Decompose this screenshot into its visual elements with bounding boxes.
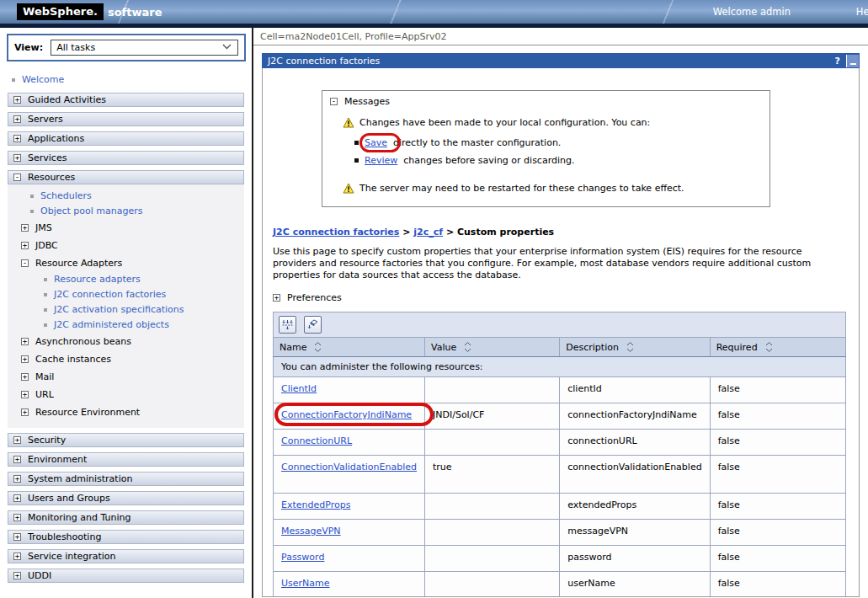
- property-link-connectionurl[interactable]: ConnectionURL: [281, 435, 352, 446]
- sidebar-section-security[interactable]: + Security: [8, 433, 244, 447]
- bullet-icon: [44, 278, 47, 281]
- portlet-help-icon[interactable]: ?: [829, 56, 846, 67]
- j2c-activation-specifications-link[interactable]: J2C activation specifications: [54, 304, 184, 315]
- sidebar-section-jdbc[interactable]: + JDBC: [8, 237, 244, 254]
- property-description: clientId: [560, 377, 710, 403]
- property-link-clientid[interactable]: ClientId: [281, 383, 317, 394]
- sidebar-section-servers[interactable]: + Servers: [8, 112, 244, 126]
- column-header-name[interactable]: Name: [274, 338, 425, 357]
- j2c-connection-factories-link[interactable]: J2C connection factories: [54, 289, 166, 300]
- sidebar-item-object-pool-managers[interactable]: Object pool managers: [8, 204, 244, 219]
- plus-icon[interactable]: +: [13, 96, 21, 104]
- sidebar-section-resource-environment[interactable]: + Resource Environment: [8, 403, 244, 421]
- sidebar-item-j2c-connection-factories[interactable]: J2C connection factories: [8, 287, 244, 302]
- sidebar-item-welcome[interactable]: Welcome: [8, 70, 244, 93]
- show-filter-button[interactable]: [279, 316, 296, 334]
- plus-icon[interactable]: +: [13, 572, 21, 579]
- plus-icon[interactable]: +: [21, 355, 29, 363]
- sidebar-section-asynchronous-beans[interactable]: + Asynchronous beans: [8, 333, 244, 350]
- save-link[interactable]: Save: [365, 137, 387, 148]
- plus-icon[interactable]: +: [13, 115, 21, 123]
- welcome-link[interactable]: Welcome: [22, 74, 64, 85]
- breadcrumb-j2c-cf-link[interactable]: j2c_cf: [413, 227, 443, 238]
- sidebar-section-guided-activities[interactable]: + Guided Activities: [8, 93, 244, 107]
- property-required: false: [710, 520, 845, 546]
- plus-icon[interactable]: +: [13, 533, 21, 541]
- plus-icon[interactable]: +: [21, 338, 29, 345]
- plus-icon[interactable]: +: [13, 494, 21, 502]
- sidebar-section-uddi[interactable]: + UDDI: [8, 569, 244, 583]
- sidebar-section-cache-instances[interactable]: + Cache instances: [8, 350, 244, 368]
- sidebar-section-resource-adapters[interactable]: - Resource Adapters: [8, 254, 244, 272]
- collapse-icon[interactable]: -: [330, 98, 338, 105]
- review-line: Review changes before saving or discardi…: [354, 155, 761, 166]
- property-link-username[interactable]: UserName: [281, 578, 330, 589]
- plus-icon[interactable]: +: [273, 294, 280, 302]
- plus-icon[interactable]: +: [13, 154, 21, 162]
- sidebar-item-schedulers[interactable]: Schedulers: [8, 189, 244, 204]
- plus-icon[interactable]: +: [13, 135, 21, 142]
- section-label: JMS: [35, 222, 52, 233]
- breadcrumb-j2c-link[interactable]: J2C connection factories: [273, 227, 399, 238]
- minus-icon[interactable]: -: [21, 259, 29, 267]
- bullet-icon: [30, 210, 34, 213]
- clear-filter-button[interactable]: [304, 316, 322, 334]
- plus-icon[interactable]: +: [13, 436, 21, 444]
- sidebar-item-j2c-administered-objects[interactable]: J2C administered objects: [8, 318, 244, 333]
- sidebar-section-users-and-groups[interactable]: + Users and Groups: [8, 491, 244, 505]
- sidebar-section-url[interactable]: + URL: [8, 386, 244, 403]
- sidebar-section-applications[interactable]: + Applications: [8, 131, 244, 146]
- sidebar-section-monitoring-and-tuning[interactable]: + Monitoring and Tuning: [8, 510, 244, 525]
- review-link[interactable]: Review: [365, 155, 397, 166]
- restart-warning-line: The server may need to be restarted for …: [343, 183, 761, 196]
- section-label: System administration: [28, 473, 132, 484]
- plus-icon[interactable]: +: [21, 391, 29, 398]
- section-label: Users and Groups: [28, 493, 110, 504]
- sidebar-section-resources[interactable]: - Resources: [8, 170, 244, 184]
- sort-icon: [765, 341, 773, 353]
- property-link-extendedprops[interactable]: ExtendedProps: [281, 499, 350, 510]
- property-link-password[interactable]: Password: [281, 552, 324, 563]
- sidebar-section-system-administration[interactable]: + System administration: [8, 472, 244, 486]
- minimize-icon[interactable]: [846, 55, 859, 67]
- sidebar-section-mail[interactable]: + Mail: [8, 368, 244, 386]
- view-select-value: All tasks: [56, 42, 95, 53]
- minus-icon[interactable]: -: [13, 174, 21, 181]
- sidebar-section-services[interactable]: + Services: [8, 151, 244, 165]
- sidebar-section-service-integration[interactable]: + Service integration: [8, 549, 244, 563]
- sidebar-section-jms[interactable]: + JMS: [8, 219, 244, 237]
- schedulers-link[interactable]: Schedulers: [40, 190, 92, 201]
- plus-icon[interactable]: +: [21, 242, 29, 249]
- property-link-connectionvalidationenabled[interactable]: ConnectionValidationEnabled: [281, 462, 417, 473]
- plus-icon[interactable]: +: [21, 224, 29, 232]
- help-link[interactable]: Help: [856, 6, 868, 18]
- column-header-description[interactable]: Description: [560, 338, 710, 357]
- property-link-messagevpn[interactable]: MessageVPN: [281, 526, 341, 537]
- property-required: false: [710, 546, 845, 572]
- sidebar-item-j2c-activation-specifications[interactable]: J2C activation specifications: [8, 302, 244, 318]
- section-label: Cache instances: [35, 354, 111, 365]
- plus-icon[interactable]: +: [21, 408, 29, 416]
- sidebar-section-troubleshooting[interactable]: + Troubleshooting: [8, 530, 244, 544]
- warning-icon: [343, 117, 354, 131]
- resource-adapters-link[interactable]: Resource adapters: [54, 274, 141, 285]
- property-value: [425, 430, 560, 456]
- plus-icon[interactable]: +: [13, 514, 21, 521]
- breadcrumb: J2C connection factories > j2c_cf > Cust…: [273, 227, 859, 238]
- column-header-value[interactable]: Value: [425, 338, 560, 357]
- plus-icon[interactable]: +: [13, 553, 21, 560]
- sidebar-item-resource-adapters[interactable]: Resource adapters: [8, 272, 244, 287]
- object-pool-managers-link[interactable]: Object pool managers: [40, 206, 143, 216]
- property-link-connectionfactoryjndiname[interactable]: ConnectionFactoryJndiName: [281, 409, 412, 420]
- j2c-administered-objects-link[interactable]: J2C administered objects: [54, 319, 169, 330]
- table-row: ConnectionValidationEnabled true connect…: [274, 456, 846, 494]
- preferences-toggle[interactable]: + Preferences: [273, 292, 859, 303]
- sidebar-section-environment[interactable]: + Environment: [8, 452, 244, 467]
- warning-icon: [343, 183, 354, 196]
- column-header-required[interactable]: Required: [710, 338, 845, 357]
- view-select[interactable]: All tasks: [51, 40, 238, 56]
- plus-icon[interactable]: +: [13, 456, 21, 463]
- plus-icon[interactable]: +: [13, 475, 21, 483]
- property-description: connectionValidationEnabled: [560, 456, 710, 494]
- plus-icon[interactable]: +: [21, 373, 29, 381]
